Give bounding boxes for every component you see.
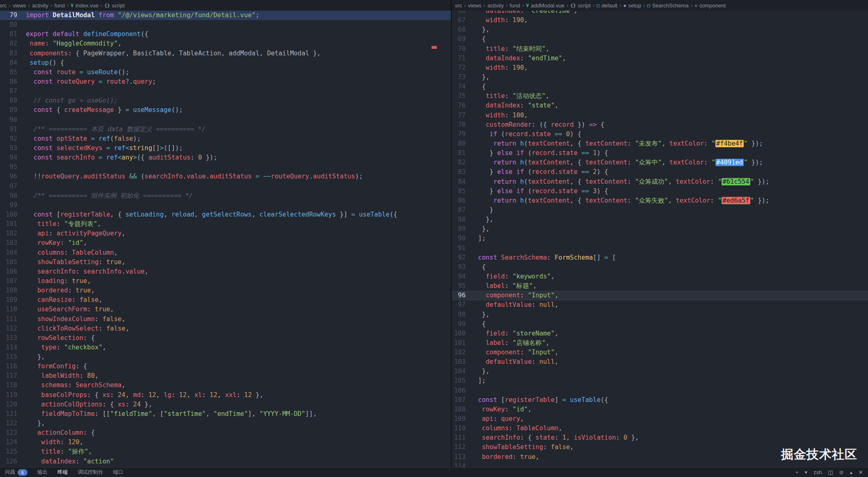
- code-line-79[interactable]: 79 if (record.state == 0) {: [452, 130, 868, 139]
- breadcrumb-item-src[interactable]: src: [0, 2, 7, 9]
- line-number[interactable]: 100: [452, 329, 466, 338]
- line-number[interactable]: 80: [452, 139, 466, 148]
- code-line-96[interactable]: 96 !!routeQuery.auditStatus && (searchIn…: [0, 172, 451, 181]
- code-line-122[interactable]: 122 },: [0, 419, 451, 428]
- code-line-80[interactable]: 80: [0, 20, 451, 30]
- code-line-99[interactable]: 99 {: [452, 320, 868, 329]
- line-number[interactable]: 118: [0, 381, 17, 390]
- code-line-91[interactable]: 91 /** ========== 本页 data 数据定义 =========…: [0, 125, 451, 134]
- code-line-69[interactable]: 69 {: [452, 34, 868, 44]
- line-number[interactable]: 87: [0, 87, 17, 96]
- code-line-98[interactable]: 98 },: [452, 310, 868, 320]
- code-line-100[interactable]: 100 const [registerTable, { setLoading, …: [0, 210, 451, 219]
- code-line-102[interactable]: 102 component: "Input",: [452, 348, 868, 357]
- line-number[interactable]: 95: [0, 162, 17, 172]
- code-line-98[interactable]: 98 /** ========== 组件实例 初始化 ========== */: [0, 191, 451, 201]
- code-line-87[interactable]: 87: [0, 87, 451, 96]
- line-number[interactable]: 79: [452, 130, 466, 139]
- line-number[interactable]: 97: [0, 182, 17, 191]
- code-line-94[interactable]: 94 const searchInfo = ref<any>({ auditSt…: [0, 153, 451, 162]
- code-line-90[interactable]: 90 ];: [452, 234, 868, 243]
- line-number[interactable]: 69: [452, 34, 466, 44]
- code-line-91[interactable]: 91: [452, 244, 868, 253]
- code-line-78[interactable]: 78 customRender: ({ record }) => {: [452, 120, 868, 130]
- code-line-87[interactable]: 87 }: [452, 205, 868, 215]
- code-line-114[interactable]: 114 type: "checkbox",: [0, 343, 451, 352]
- code-line-104[interactable]: 104 },: [452, 367, 868, 376]
- code-line-88[interactable]: 88 },: [452, 215, 868, 224]
- breadcrumb-item-SearchSchema[interactable]: □SearchSchema: [647, 2, 689, 9]
- line-number[interactable]: 105: [0, 258, 17, 267]
- code-line-84[interactable]: 84 return h(textContent, { textContent: …: [452, 177, 868, 187]
- line-number[interactable]: 96: [452, 291, 466, 300]
- code-line-89[interactable]: 89 const { createMessage } = useMessage(…: [0, 105, 451, 115]
- line-number[interactable]: 78: [452, 120, 466, 130]
- line-number[interactable]: 85: [452, 187, 466, 196]
- line-number[interactable]: 114: [452, 462, 466, 467]
- line-number[interactable]: 94: [452, 272, 466, 281]
- code-line-105[interactable]: 105 ];: [452, 376, 868, 386]
- panel-tab-问题[interactable]: 问题6: [5, 469, 27, 476]
- line-number[interactable]: 92: [0, 134, 17, 144]
- breadcrumb-item-index.vue[interactable]: Vindex.vue: [71, 2, 98, 9]
- line-number[interactable]: 85: [0, 68, 17, 77]
- code-line-108[interactable]: 108 bordered: true,: [0, 286, 451, 295]
- line-number[interactable]: 120: [0, 400, 17, 409]
- code-line-115[interactable]: 115 },: [0, 352, 451, 362]
- code-line-81[interactable]: 81export default defineComponent({: [0, 30, 451, 39]
- code-line-77[interactable]: 77 width: 100,: [452, 111, 868, 120]
- code-line-118[interactable]: 118 schemas: SearchSchema,: [0, 381, 451, 390]
- code-line-73[interactable]: 73 },: [452, 73, 868, 82]
- line-number[interactable]: 108: [452, 405, 466, 414]
- code-line-99[interactable]: 99: [0, 201, 451, 210]
- code-line-96[interactable]: 96 component: "Input",: [452, 291, 868, 300]
- line-number[interactable]: 107: [452, 395, 466, 405]
- breadcrumb-item-activity[interactable]: activity: [487, 2, 504, 9]
- code-line-121[interactable]: 121 fieldMapToTime: [["fieldTime", ["sta…: [0, 409, 451, 419]
- line-number[interactable]: 98: [0, 191, 17, 201]
- line-number[interactable]: 77: [452, 111, 466, 120]
- line-number[interactable]: 82: [452, 158, 466, 167]
- terminal-dropdown-icon[interactable]: ▾: [805, 469, 808, 475]
- code-line-100[interactable]: 100 field: "storeName",: [452, 329, 868, 338]
- line-number[interactable]: 114: [0, 343, 17, 352]
- line-number[interactable]: 97: [452, 300, 466, 310]
- line-number[interactable]: 111: [452, 433, 466, 443]
- line-number[interactable]: 93: [452, 262, 466, 272]
- code-line-116[interactable]: 116 formConfig: {: [0, 362, 451, 371]
- line-number[interactable]: 112: [452, 443, 466, 452]
- code-line-85[interactable]: 85 const route = useRoute();: [0, 68, 451, 77]
- line-number[interactable]: 72: [452, 63, 466, 73]
- code-line-111[interactable]: 111 searchInfo: { state: 1, isViolation:…: [452, 433, 868, 443]
- code-line-86[interactable]: 86 return h(textContent, { textContent: …: [452, 196, 868, 205]
- line-number[interactable]: 117: [0, 371, 17, 381]
- line-number[interactable]: 122: [0, 419, 17, 428]
- line-number[interactable]: 86: [0, 77, 17, 87]
- line-number[interactable]: 103: [0, 238, 17, 248]
- breadcrumb-item-default[interactable]: □default: [597, 2, 618, 9]
- panel-tab-输出[interactable]: 输出: [37, 469, 48, 476]
- code-line-85[interactable]: 85 } else if (record.state == 3) {: [452, 187, 868, 196]
- code-line-124[interactable]: 124 width: 120,: [0, 438, 451, 447]
- line-number[interactable]: 84: [0, 58, 17, 68]
- code-line-109[interactable]: 109 canResize: false,: [0, 295, 451, 305]
- code-line-93[interactable]: 93 const selectedKeys = ref<string[]>([]…: [0, 144, 451, 153]
- line-number[interactable]: 98: [452, 310, 466, 320]
- line-number[interactable]: 86: [452, 196, 466, 205]
- line-number[interactable]: 73: [452, 73, 466, 82]
- code-line-107[interactable]: 107 const [registerTable] = useTable({: [452, 395, 868, 405]
- line-number[interactable]: 103: [452, 357, 466, 367]
- code-line-74[interactable]: 74 {: [452, 82, 868, 91]
- breadcrumb-item-script[interactable]: {}script: [105, 2, 125, 9]
- line-number[interactable]: 111: [0, 315, 17, 324]
- code-line-97[interactable]: 97: [0, 182, 451, 191]
- line-number[interactable]: 110: [452, 424, 466, 433]
- line-number[interactable]: 87: [452, 205, 466, 215]
- code-line-71[interactable]: 71 dataIndex: "endTime",: [452, 54, 868, 63]
- code-line-101[interactable]: 101 title: "专题列表",: [0, 219, 451, 229]
- line-number[interactable]: 107: [0, 276, 17, 286]
- line-number[interactable]: 123: [0, 428, 17, 438]
- line-number[interactable]: 115: [0, 352, 17, 362]
- code-line-106[interactable]: 106: [452, 386, 868, 395]
- code-line-94[interactable]: 94 field: "keywords",: [452, 272, 868, 281]
